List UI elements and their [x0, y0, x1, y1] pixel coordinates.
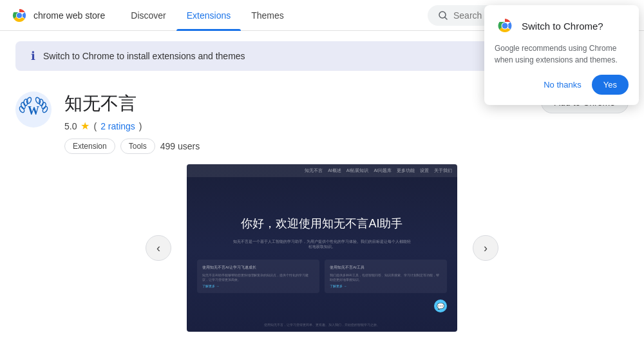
chrome-logo-icon	[10, 6, 28, 24]
topbar-item-4: AI问题库	[374, 167, 392, 174]
extension-title: 知无不言	[64, 91, 528, 116]
users-count: 499 users	[160, 141, 200, 151]
nav-themes[interactable]: Themes	[241, 0, 294, 31]
card2-title: 使用知无不言AI工具	[330, 265, 442, 271]
nav-discover[interactable]: Discover	[120, 0, 176, 31]
no-thanks-button[interactable]: No thanks	[538, 76, 587, 93]
card1-title: 使用知无不言AI让学习飞速成长	[202, 265, 314, 271]
popup-actions: No thanks Yes	[495, 75, 629, 95]
screenshot-subtext: 知无不言是一个基于人工智能的学习助手，为用户提供个性化的学习体验。我们的目标是让…	[232, 239, 412, 250]
topbar-item-3: AI拓展知识	[346, 167, 369, 174]
svg-line-4	[445, 17, 448, 19]
extension-info: 知无不言 5.0 ★ ( 2 ratings ) Extension Tools…	[64, 91, 528, 154]
topbar-item-1: 知无不言	[305, 167, 323, 174]
card1-text: 知无不言AI助手能够帮助您更快地理解复杂的知识点，提供个性化的学习建议，让学习变…	[202, 273, 314, 281]
screenshot-heading: 你好，欢迎使用知无不言AI助手	[241, 216, 402, 231]
logo[interactable]: chrome web store	[10, 6, 105, 24]
popup-description: Google recommends using Chrome when usin…	[495, 43, 629, 66]
main-content: W 知无不言 5.0 ★ ( 2 ratings ) Extension Too…	[0, 81, 644, 352]
svg-point-2	[17, 13, 22, 18]
info-icon: ℹ	[31, 49, 35, 63]
tag-extension: Extension	[64, 138, 115, 154]
chat-bubble: 💬	[434, 300, 447, 312]
screenshot-image: 知无不言 AI概述 AI拓展知识 AI问题库 更多功能 设置 关于我们 你好，欢…	[187, 164, 457, 332]
card2-link: 了解更多 →	[330, 284, 442, 288]
carousel-next-button[interactable]: ›	[473, 235, 498, 261]
chat-icon: 💬	[437, 303, 444, 310]
topbar-item-6: 设置	[420, 167, 429, 174]
topbar-item-7: 关于我们	[434, 167, 452, 174]
popup-header: Switch to Chrome?	[495, 15, 629, 36]
rating-paren-close: )	[139, 121, 142, 131]
popup-chrome-logo-icon	[495, 15, 515, 36]
star-icon: ★	[80, 120, 90, 132]
card2-text: 我们提供多种AI工具，包括智能问答、知识库搜索、学习计划制定等功能，帮助您更好地…	[330, 273, 442, 281]
nav-extensions[interactable]: Extensions	[176, 0, 241, 31]
rating-value: 5.0	[64, 121, 77, 131]
tag-tools: Tools	[120, 138, 155, 154]
topbar-item-5: 更多功能	[397, 167, 415, 174]
extension-logo: W	[15, 91, 52, 128]
topbar-item-2: AI概述	[328, 167, 341, 174]
rating-count[interactable]: 2 ratings	[100, 121, 135, 131]
screenshot-topbar: 知无不言 AI概述 AI拓展知识 AI问题库 更多功能 设置 关于我们	[187, 164, 457, 177]
tags-row: Extension Tools 499 users	[64, 138, 528, 154]
main-nav: Discover Extensions Themes	[120, 0, 294, 31]
banner-text: Switch to Chrome to install extensions a…	[43, 51, 245, 61]
popup-title: Switch to Chrome?	[522, 21, 603, 32]
logo-text: chrome web store	[33, 10, 105, 21]
screenshot-bottom-text: 使用知无不言，让学习变得更简单、更有趣。加入我们，开始您的智能学习之旅。	[197, 323, 447, 327]
search-icon	[438, 10, 448, 21]
yes-button[interactable]: Yes	[592, 75, 629, 95]
carousel-prev-button[interactable]: ‹	[146, 235, 171, 261]
card1-link: 了解更多 →	[202, 284, 314, 288]
svg-point-17	[502, 23, 508, 29]
switch-to-chrome-popup: Switch to Chrome? Google recommends usin…	[484, 5, 639, 105]
screenshot-cards: 使用知无不言AI让学习飞速成长 知无不言AI助手能够帮助您更快地理解复杂的知识点…	[187, 260, 457, 293]
rating-row: 5.0 ★ ( 2 ratings )	[64, 120, 528, 132]
screenshot-card-2: 使用知无不言AI工具 我们提供多种AI工具，包括智能问答、知识库搜索、学习计划制…	[325, 260, 447, 293]
svg-text:W: W	[28, 104, 39, 117]
rating-paren-open: (	[93, 121, 97, 131]
screenshot-carousel: ‹ 知无不言 AI概述 AI拓展知识 AI问题库 更多功能 设置 关于我们 你好…	[15, 164, 629, 332]
screenshot-card-1: 使用知无不言AI让学习飞速成长 知无不言AI助手能够帮助您更快地理解复杂的知识点…	[197, 260, 319, 293]
